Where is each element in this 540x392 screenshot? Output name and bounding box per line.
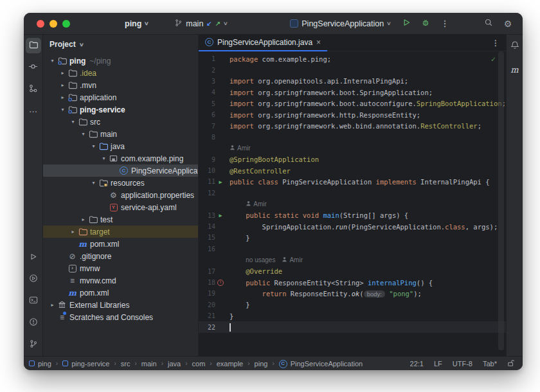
tree-item-main[interactable]: ▾main [43,128,198,140]
run-configuration-selector[interactable]: PingServiceApplication ∨ [285,17,395,30]
tree-closed-chevron-icon[interactable]: ▸ [79,217,87,222]
tree-item-mvnw[interactable]: ›mvnw [43,262,198,274]
tree-open-chevron-icon[interactable]: ▾ [79,131,87,137]
tree-item-label: PingServiceApplication [131,166,198,175]
code-author-hint[interactable]: Amir [282,256,303,263]
breadcrumb-item-pingserviceapplication[interactable]: CPingServiceApplication [279,359,363,368]
tree-item-service-api-yaml[interactable]: Yservice-api.yaml [43,201,198,213]
tab-options-kebab-icon[interactable]: ⋮ [488,39,503,48]
code-editor[interactable]: ✓ 1package com.example.ping;23import org… [199,51,506,356]
tree-item-pingserviceapplication[interactable]: CPingServiceApplication [43,165,198,177]
close-tab-icon[interactable]: × [316,38,321,47]
maven-tool-window-button[interactable]: m [507,62,523,77]
minimize-window-button[interactable] [50,20,57,28]
inlay-hint-row: Amir [199,199,506,209]
breadcrumb-item-src[interactable]: src [121,360,130,368]
tree-closed-chevron-icon[interactable]: ▸ [48,302,57,308]
tree-item-com-example-ping[interactable]: ▾com.example.ping [43,152,198,165]
tree-item-target[interactable]: ▸target [43,226,198,238]
tree-item-test[interactable]: ▸test [43,213,198,226]
run-tool-window-button[interactable] [26,250,41,265]
inspection-ok-icon[interactable]: ✓ [491,55,496,64]
breadcrumb-item-main[interactable]: main [141,360,157,368]
vcs-tool-window-button[interactable] [26,337,41,353]
overrides-method-icon[interactable]: ↑ [217,280,224,286]
commit-tool-window-button[interactable] [26,60,41,75]
gutter: 1 [199,55,230,62]
breadcrumb-item-com[interactable]: com [192,360,206,368]
close-window-button[interactable] [37,20,44,28]
code-line-21: 21} [199,310,506,321]
problems-tool-window-button[interactable] [26,316,41,331]
tree-closed-chevron-icon[interactable]: ▸ [59,70,67,76]
tree-item-scratches-and-consoles[interactable]: ≡Scratches and Consoles [43,311,198,323]
tree-open-chevron-icon[interactable]: ▾ [59,107,67,112]
code-author-hint[interactable]: Amir [246,200,267,208]
more-actions-button[interactable]: ⋮ [437,16,453,31]
run-line-icon[interactable]: ▶ [219,179,222,185]
folder-icon [77,118,88,126]
editor-tab-pingserviceapplication[interactable]: C PingServiceApplication.java × [199,35,327,51]
terminal-tool-window-button[interactable] [26,294,41,309]
play-icon [402,18,411,30]
indent-style[interactable]: Tab* [483,360,497,368]
editor-scrollbar[interactable] [498,51,504,350]
tree-item-pom-xml[interactable]: mpom.xml [43,238,198,250]
tree-item-java[interactable]: ▾java [43,140,198,152]
line-ending[interactable]: LF [434,360,442,368]
code-author-hint[interactable]: Amir [230,145,251,152]
tree-open-chevron-icon[interactable]: ▾ [89,143,98,149]
breadcrumb-item-ping-service[interactable]: ping-service [62,360,109,368]
notifications-button[interactable] [507,39,523,54]
line-number: 4 [199,89,215,96]
zoom-window-button[interactable] [62,20,70,28]
structure-icon [28,84,38,96]
usages-hint[interactable]: no usages [246,256,275,263]
project-panel-header[interactable]: Project ∨ [43,35,198,54]
gutter: 16 [199,245,230,253]
tree-closed-chevron-icon[interactable]: ▸ [59,94,67,100]
caret-position[interactable]: 22:1 [410,360,424,368]
project-tool-window-button[interactable] [26,38,41,53]
tree-item-mvn[interactable]: ▸.mvn [43,79,198,91]
tree-item-mvnw-cmd[interactable]: ≡mvnw.cmd [43,274,198,287]
tree-item-gitignore[interactable]: ⊘.gitignore [43,250,198,262]
tree-item-external-libraries[interactable]: ▸External Libraries [43,299,198,311]
tree-item-src[interactable]: ▾src [43,116,198,128]
folder-icon [29,40,38,51]
structure-tool-window-button[interactable] [26,82,41,97]
code-line-18: 18↑ public ResponseEntity<String> intern… [199,277,506,288]
branch-name: main [186,19,203,28]
tree-item-idea[interactable]: ▸.idea [43,67,198,79]
tree-open-chevron-icon[interactable]: ▾ [69,119,77,125]
run-button[interactable] [398,16,415,31]
tree-item-label: target [90,227,110,236]
project-widget[interactable]: ping ∨ [120,17,153,30]
tree-closed-chevron-icon[interactable]: ▸ [59,82,67,88]
tree-item-label: .mvn [80,81,96,90]
tree-item-ping-service[interactable]: ▾ping-service [43,103,198,116]
tree-item-pom-xml[interactable]: mpom.xml [43,287,198,299]
more-tool-windows-button[interactable]: ⋯ [26,103,41,119]
vcs-branch-widget[interactable]: main ↙ ↗ ∨ [170,17,232,31]
search-everywhere-button[interactable] [480,16,497,31]
debug-button[interactable] [417,16,434,31]
settings-button[interactable]: ⚙ [500,16,516,31]
run-line-icon[interactable]: ▶ [219,212,222,218]
breadcrumb-item-example[interactable]: example [217,360,244,368]
services-tool-window-button[interactable] [26,272,41,287]
tree-open-chevron-icon[interactable]: ▾ [48,58,57,64]
tree-item-application-properties[interactable]: ⚙application.properties [43,189,198,201]
tree-open-chevron-icon[interactable]: ▾ [100,156,108,161]
tree-item-ping[interactable]: ▾ping~/ping [43,55,198,67]
tree-closed-chevron-icon[interactable]: ▸ [69,229,77,235]
tree-item-application[interactable]: ▸application [43,91,198,103]
unlocked-padlock-icon[interactable] [507,359,515,368]
tree-open-chevron-icon[interactable]: ▾ [89,180,98,186]
tree-item-resources[interactable]: ▾resources [43,177,198,189]
file-encoding[interactable]: UTF-8 [453,360,473,368]
breadcrumb-item-ping[interactable]: ping [255,360,268,368]
breadcrumb-item-java[interactable]: java [168,360,181,368]
breadcrumb-item-ping[interactable]: ping [29,360,51,368]
folder-icon [87,130,98,138]
